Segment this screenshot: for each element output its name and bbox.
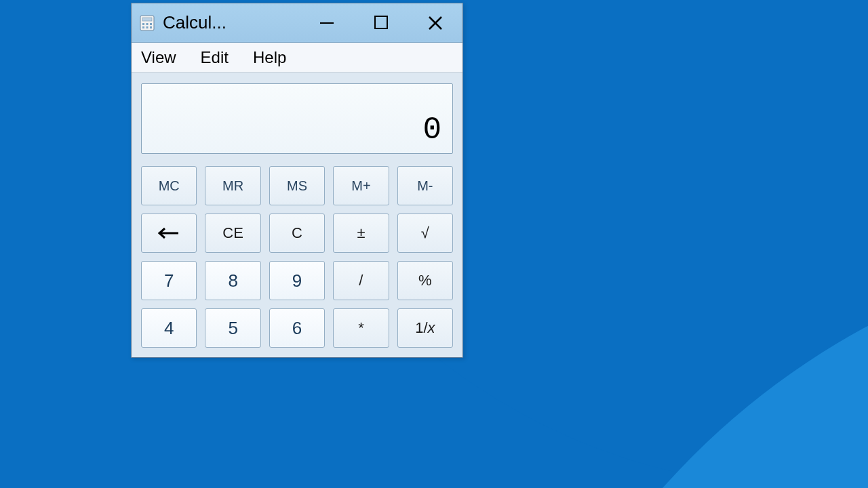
sqrt-button[interactable]: √ bbox=[397, 214, 453, 253]
negate-button[interactable]: ± bbox=[333, 214, 389, 253]
digit-6-button[interactable]: 6 bbox=[269, 308, 325, 348]
svg-rect-6 bbox=[146, 26, 149, 28]
digit-4-button[interactable]: 4 bbox=[141, 308, 197, 348]
memory-add-button[interactable]: M+ bbox=[333, 166, 389, 205]
close-button[interactable] bbox=[408, 3, 462, 42]
svg-rect-5 bbox=[142, 26, 144, 28]
reciprocal-label-var: x bbox=[428, 319, 435, 337]
divide-button[interactable]: / bbox=[333, 261, 389, 300]
svg-rect-9 bbox=[375, 16, 387, 28]
reciprocal-button[interactable]: 1/x bbox=[397, 308, 453, 348]
menu-edit[interactable]: Edit bbox=[197, 47, 233, 68]
row-456: 4 5 6 * 1/x bbox=[141, 308, 453, 348]
svg-rect-1 bbox=[142, 18, 152, 21]
titlebar[interactable]: Calcul... bbox=[132, 3, 462, 43]
percent-button[interactable]: % bbox=[397, 261, 453, 300]
window-title: Calcul... bbox=[163, 12, 226, 33]
memory-subtract-button[interactable]: M- bbox=[397, 166, 453, 205]
multiply-button[interactable]: * bbox=[333, 308, 389, 348]
client-area: 0 MC MR MS M+ M- CE C ± √ 7 8 9 / % bbox=[132, 73, 462, 357]
clear-entry-button[interactable]: CE bbox=[205, 214, 260, 253]
memory-recall-button[interactable]: MR bbox=[205, 166, 260, 205]
calculator-app-icon bbox=[138, 14, 156, 32]
row-789: 7 8 9 / % bbox=[141, 261, 453, 300]
digit-7-button[interactable]: 7 bbox=[141, 261, 197, 300]
svg-rect-7 bbox=[150, 26, 152, 28]
clear-button[interactable]: C bbox=[269, 214, 325, 253]
svg-rect-4 bbox=[150, 23, 152, 25]
calculator-window: Calcul... View Edit Help 0 MC MR MS M+ M… bbox=[131, 3, 463, 358]
memory-row: MC MR MS M+ M- bbox=[141, 166, 453, 205]
maximize-button[interactable] bbox=[354, 3, 408, 42]
result-display: 0 bbox=[141, 83, 453, 154]
menu-help[interactable]: Help bbox=[249, 47, 290, 68]
digit-5-button[interactable]: 5 bbox=[205, 308, 260, 348]
memory-store-button[interactable]: MS bbox=[269, 166, 325, 205]
backspace-button[interactable] bbox=[141, 214, 197, 253]
reciprocal-label-prefix: 1/ bbox=[415, 319, 427, 337]
memory-clear-button[interactable]: MC bbox=[141, 166, 197, 205]
digit-9-button[interactable]: 9 bbox=[269, 261, 325, 300]
edit-row: CE C ± √ bbox=[141, 214, 453, 253]
window-controls bbox=[300, 3, 462, 42]
back-arrow-icon bbox=[155, 226, 182, 240]
svg-rect-2 bbox=[142, 23, 144, 25]
svg-rect-3 bbox=[146, 23, 149, 25]
menubar: View Edit Help bbox=[132, 43, 462, 73]
digit-8-button[interactable]: 8 bbox=[205, 261, 260, 300]
menu-view[interactable]: View bbox=[137, 47, 180, 68]
minimize-button[interactable] bbox=[300, 3, 354, 42]
